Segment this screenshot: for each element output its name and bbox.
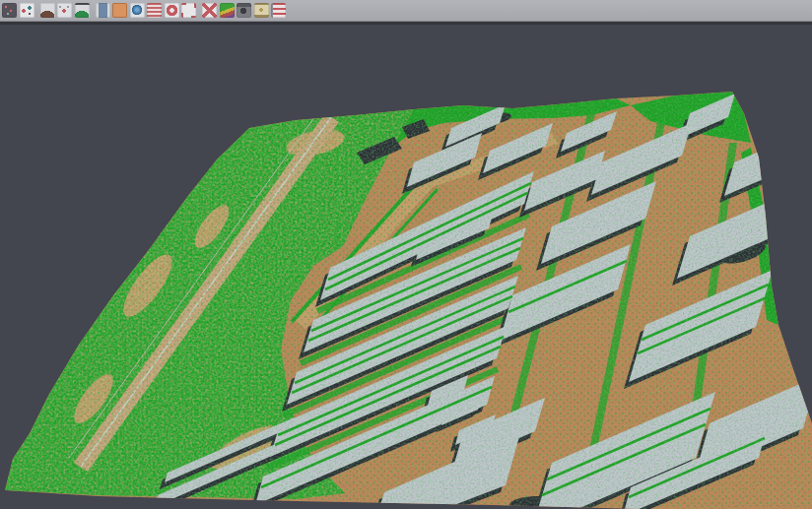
camera-icon[interactable] (237, 3, 251, 18)
toolbar-group-4 (202, 3, 286, 18)
toolbar-group-1 (2, 3, 34, 18)
point-cloud-render (0, 25, 812, 509)
point-cloud-surface (0, 84, 812, 509)
elevation-levels-icon[interactable] (147, 3, 162, 18)
3d-viewport[interactable] (0, 22, 812, 509)
delete-cross-icon[interactable] (202, 3, 217, 18)
registration-points-icon[interactable] (20, 3, 34, 18)
point-cloud-icon[interactable] (2, 3, 17, 18)
ortho-image-icon[interactable] (112, 3, 127, 18)
ground-points-icon[interactable] (57, 3, 72, 18)
classification-colors-icon[interactable] (220, 3, 235, 18)
hourglass-icon[interactable] (254, 3, 269, 18)
flag-stripes-icon[interactable] (271, 3, 286, 18)
main-toolbar (0, 0, 812, 22)
target-ring-icon[interactable] (165, 3, 179, 18)
profile-view-icon[interactable] (96, 3, 110, 18)
toolbar-group-2 (40, 3, 90, 18)
toolbar-group-3 (96, 3, 197, 18)
dsm-terrain-icon[interactable] (75, 3, 90, 18)
selection-brackets-icon[interactable] (181, 3, 196, 18)
dtm-terrain-icon[interactable] (40, 3, 55, 18)
sphere-render-icon[interactable] (130, 3, 145, 18)
